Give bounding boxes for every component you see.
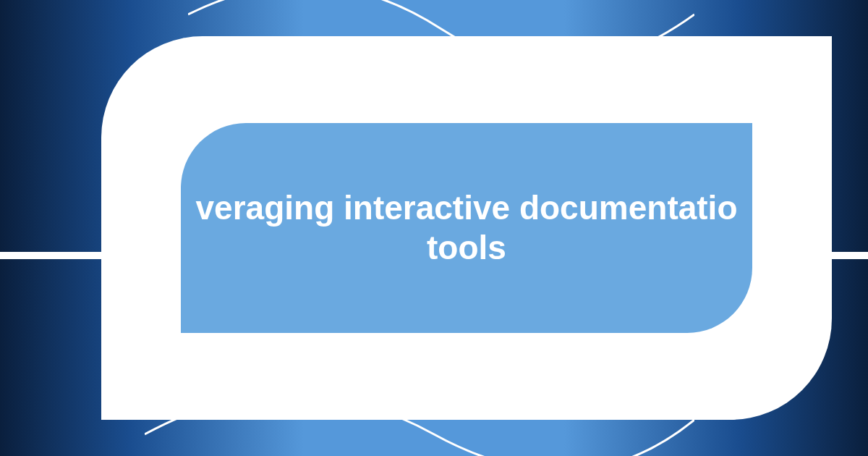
card-title-line2: tools bbox=[427, 229, 506, 266]
outer-frame: veraging interactive documentatio tools bbox=[101, 36, 832, 420]
card-title-line1: veraging interactive documentatio bbox=[196, 189, 738, 227]
card-title: veraging interactive documentatio tools bbox=[196, 188, 738, 268]
inner-panel: veraging interactive documentatio tools bbox=[181, 123, 752, 333]
